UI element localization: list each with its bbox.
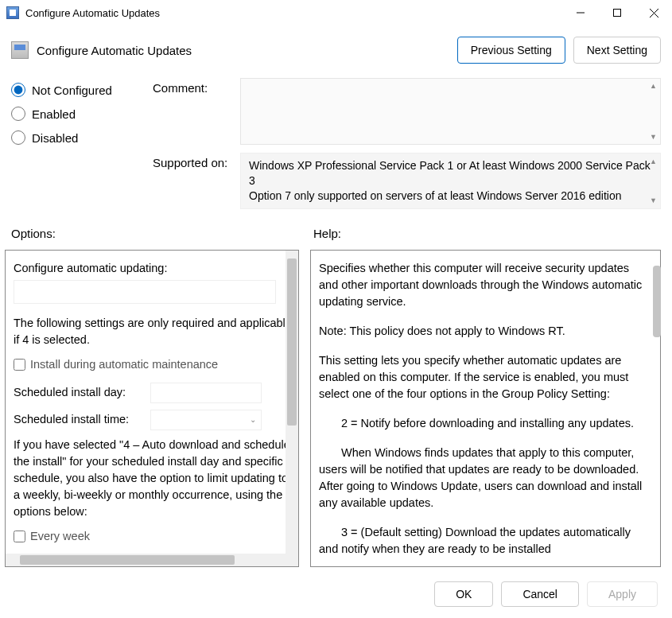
maximize-button[interactable] (599, 0, 635, 25)
help-content: Specifies whether this computer will rec… (311, 251, 660, 566)
comment-column: Comment: ▲ ▼ Supported on: Windows XP Pr… (153, 78, 661, 209)
policy-editor-window: Configure Automatic Updates Configure Au… (0, 0, 672, 618)
scheduled-time-label: Scheduled install time: (14, 411, 141, 428)
options-panel: Configure automatic updating: The follow… (5, 250, 299, 567)
options-content: Configure automatic updating: The follow… (6, 251, 298, 566)
options-vscroll-thumb[interactable] (287, 258, 297, 426)
previous-setting-button[interactable]: Previous Setting (457, 37, 565, 64)
scheduled-day-row: Scheduled install day: (14, 383, 295, 403)
help-p4: 2 = Notify before downloading and instal… (319, 415, 644, 432)
radio-enabled-label: Enabled (32, 107, 76, 121)
comment-scroll-up-icon[interactable]: ▲ (650, 82, 657, 90)
supported-row: Supported on: Windows XP Professional Se… (153, 153, 661, 209)
scheduled-time-dropdown[interactable]: ⌄ (150, 410, 262, 430)
panels: Configure automatic updating: The follow… (0, 245, 672, 570)
help-panel: Specifies whether this computer will rec… (310, 250, 661, 567)
schedule-note: If you have selected "4 – Auto download … (14, 437, 295, 520)
radio-disabled-input[interactable] (11, 130, 25, 145)
comment-scroll-down-icon[interactable]: ▼ (650, 133, 657, 141)
config-area: Not Configured Enabled Disabled Comment:… (0, 68, 672, 212)
required-note: The following settings are only required… (14, 315, 295, 348)
window-title: Configure Automatic Updates (25, 7, 562, 19)
policy-title: Configure Automatic Updates (37, 44, 449, 57)
supported-on-label: Supported on: (153, 153, 232, 209)
options-label: Options: (11, 227, 297, 240)
supported-line-1: Windows XP Professional Service Pack 1 o… (249, 158, 652, 189)
help-p1: Specifies whether this computer will rec… (319, 260, 644, 310)
scheduled-time-row: Scheduled install time: ⌄ (14, 410, 295, 430)
supported-scroll-down-icon[interactable]: ▼ (650, 196, 657, 205)
radio-enabled[interactable]: Enabled (11, 107, 138, 121)
help-label: Help: (313, 227, 341, 240)
section-labels: Options: Help: (0, 212, 672, 245)
apply-button[interactable]: Apply (587, 581, 658, 607)
cancel-button[interactable]: Cancel (501, 581, 579, 607)
help-p2: Note: This policy does not apply to Wind… (319, 323, 644, 340)
minimize-button[interactable] (562, 0, 599, 25)
next-setting-button[interactable]: Next Setting (573, 37, 661, 64)
every-week-label: Every week (30, 528, 90, 545)
ok-button[interactable]: OK (434, 581, 493, 607)
help-p3: This setting lets you specify whether au… (319, 352, 644, 402)
app-icon (6, 6, 19, 19)
every-week-input[interactable] (14, 531, 25, 542)
titlebar: Configure Automatic Updates (0, 0, 672, 25)
radio-not-configured-label: Not Configured (32, 84, 112, 97)
close-button[interactable] (635, 0, 672, 25)
comment-textarea[interactable]: ▲ ▼ (240, 78, 661, 145)
state-radio-group: Not Configured Enabled Disabled (11, 78, 138, 209)
supported-line-2: Option 7 only supported on servers of at… (249, 189, 652, 204)
radio-disabled[interactable]: Disabled (11, 130, 138, 145)
every-week-checkbox[interactable]: Every week (14, 528, 295, 545)
options-vertical-scrollbar[interactable] (286, 251, 298, 566)
scheduled-day-dropdown[interactable] (150, 383, 262, 403)
install-maintenance-label: Install during automatic maintenance (30, 356, 218, 373)
chevron-down-icon: ⌄ (250, 414, 256, 426)
radio-enabled-input[interactable] (11, 107, 25, 121)
comment-row: Comment: ▲ ▼ (153, 78, 661, 145)
footer: OK Cancel Apply (0, 570, 672, 618)
options-hscroll-thumb[interactable] (20, 555, 235, 565)
install-during-maintenance-checkbox[interactable]: Install during automatic maintenance (14, 356, 295, 373)
supported-on-value: Windows XP Professional Service Pack 1 o… (240, 153, 661, 209)
configure-updating-label: Configure automatic updating: (14, 260, 295, 277)
radio-disabled-label: Disabled (32, 131, 78, 145)
radio-not-configured-input[interactable] (11, 83, 25, 97)
policy-icon (11, 41, 29, 59)
configure-updating-dropdown[interactable] (14, 280, 276, 304)
help-p5: When Windows finds updates that apply to… (319, 445, 644, 511)
help-p6: 3 = (Default setting) Download the updat… (319, 524, 644, 558)
scheduled-day-label: Scheduled install day: (14, 384, 141, 401)
radio-not-configured[interactable]: Not Configured (11, 83, 138, 97)
help-vertical-scrollbar-thumb[interactable] (653, 266, 661, 337)
comment-label: Comment: (153, 78, 232, 145)
install-maintenance-input[interactable] (14, 359, 25, 371)
supported-scroll-up-icon[interactable]: ▲ (650, 157, 657, 166)
options-horizontal-scrollbar[interactable] (6, 554, 286, 566)
svg-rect-1 (614, 10, 621, 17)
header: Configure Automatic Updates Previous Set… (0, 25, 672, 68)
